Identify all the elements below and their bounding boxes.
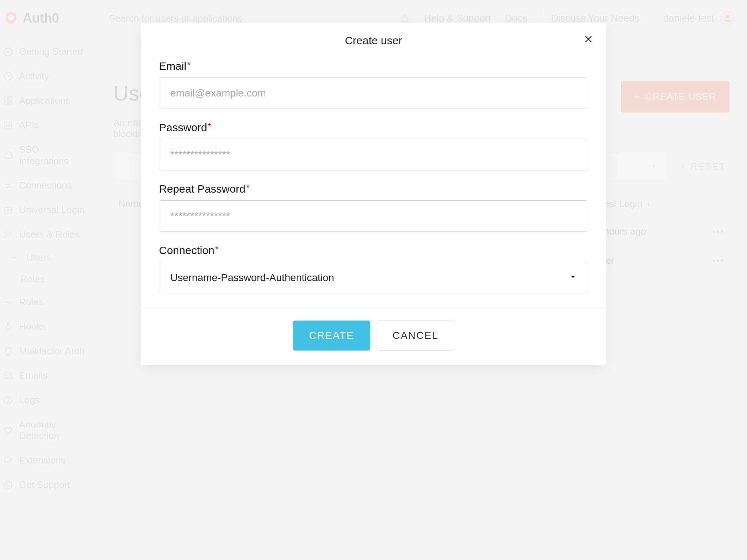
required-asterisk: * [187,60,190,70]
required-asterisk: * [208,121,211,131]
repeat-password-label: Repeat Password* [159,183,588,195]
connection-select-wrap: Username-Password-Authentication [159,262,588,293]
repeat-password-group: Repeat Password* [159,183,588,232]
modal-header: Create user [141,23,606,50]
required-asterisk: * [246,183,250,193]
required-asterisk: * [215,244,219,254]
connection-label: Connection* [159,244,588,257]
modal-footer: CREATE CANCEL [141,308,606,365]
connection-group: Connection* Username-Password-Authentica… [159,244,588,293]
modal-body: Email* Password* Repeat Password* Connec… [141,50,606,308]
password-input[interactable] [159,139,588,170]
modal-title: Create user [155,34,592,47]
cancel-button[interactable]: CANCEL [377,321,454,351]
connection-select[interactable]: Username-Password-Authentication [159,262,588,293]
repeat-password-input[interactable] [159,200,588,232]
close-icon [583,34,594,44]
modal-close-button[interactable] [581,32,595,46]
email-input[interactable] [159,77,588,109]
email-group: Email* [159,60,588,109]
password-group: Password* [159,121,588,170]
create-button[interactable]: CREATE [293,321,370,351]
email-label: Email* [159,60,588,72]
create-user-modal: Create user Email* Password* Repeat Pass… [141,23,606,365]
password-label: Password* [159,121,588,134]
